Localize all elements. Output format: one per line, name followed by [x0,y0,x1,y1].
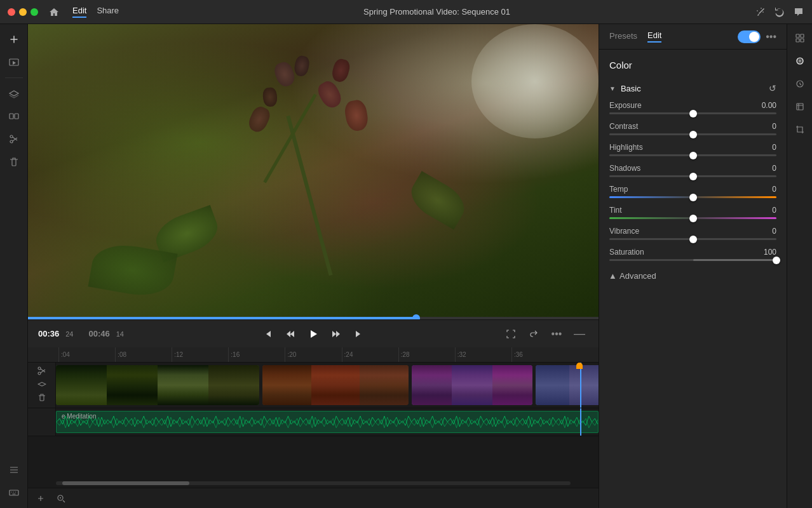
zoom-in-button[interactable] [53,491,69,506]
go-to-end-button[interactable] [350,325,368,343]
inspector-icon[interactable] [791,75,809,93]
shadows-thumb[interactable] [689,173,697,180]
contrast-track[interactable] [609,133,776,135]
progress-fill [28,317,416,319]
saturation-track[interactable] [609,259,776,261]
tint-thumb[interactable] [689,215,697,222]
audio-track-content[interactable]: e Meditation [56,408,599,436]
empty-timeline-area[interactable] [28,436,599,479]
list-view-icon[interactable] [4,460,24,480]
transform-icon[interactable] [791,98,809,116]
basic-section-label: Basic [621,84,641,93]
audio-clip[interactable]: e Meditation [56,411,599,433]
timeline-area: :04 :08 :12 :16 :20 :24 :28 :32 :36 [28,347,599,508]
maximize-button[interactable] [30,8,38,16]
close-button[interactable] [8,8,15,16]
fit-to-window-button[interactable] [502,325,520,343]
scissors-icon[interactable] [4,129,24,149]
svg-point-6 [38,367,41,370]
color-section-title: Color [599,55,787,78]
layers-track-icon[interactable] [37,380,46,391]
collapse-button[interactable]: — [571,325,588,343]
video-track-content[interactable] [56,363,599,408]
vibrance-track[interactable] [609,238,776,240]
highlights-track[interactable] [609,154,776,156]
vibrance-slider-row: Vibrance 0 [599,224,787,245]
exposure-thumb[interactable] [689,110,697,117]
panel-more-button[interactable]: ••• [766,31,776,43]
window-title: Spring Promotional Video: Sequence 01 [124,7,750,17]
share-menu-item[interactable]: Share [97,6,119,18]
clip-thumb-seg [452,365,492,405]
panel-content: Color ▼ Basic ↺ Exposure 0.00 C [599,50,787,508]
color-correction-icon[interactable] [791,52,809,70]
grid-view-icon[interactable] [791,29,809,47]
rewind-button[interactable] [281,325,299,343]
add-track-button[interactable] [33,491,48,506]
go-to-start-button[interactable] [259,325,276,343]
edit-menu-item[interactable]: Edit [72,6,86,18]
progress-thumb[interactable] [412,314,420,319]
basic-section-header[interactable]: ▼ Basic ↺ [599,78,787,98]
advanced-section-header[interactable]: ▶ Advanced [599,266,787,286]
saturation-value: 100 [754,248,776,257]
clip-thumb-seg [262,365,311,405]
undo-icon[interactable] [774,6,785,18]
transitions-icon[interactable] [4,106,24,126]
right-panel: Presets Edit ••• Color ▼ Basic ↺ E [599,24,787,508]
tick-20: :20 [285,347,341,362]
traffic-lights [8,8,38,16]
video-clip-1[interactable] [56,365,259,405]
timeline-toolbar [28,488,599,508]
share-button[interactable] [525,325,543,343]
video-clip-2[interactable] [262,365,409,405]
media-browser-icon[interactable] [4,52,24,72]
video-preview [28,24,599,319]
minimize-button[interactable] [19,8,27,16]
exposure-track[interactable] [609,112,776,114]
trash-icon[interactable] [4,152,24,172]
saturation-label-row: Saturation 100 [609,248,776,257]
highlights-thumb[interactable] [689,152,697,159]
temp-track[interactable] [609,196,776,198]
svg-point-3 [10,135,13,138]
tick-28: :28 [398,347,455,362]
scrollbar-track[interactable] [56,481,571,485]
play-pause-button[interactable] [304,325,322,343]
svg-rect-13 [796,39,799,42]
scrollbar-thumb[interactable] [62,481,189,485]
saturation-thumb[interactable] [773,257,780,264]
shadows-track[interactable] [609,175,776,177]
layers-icon[interactable] [4,83,24,104]
more-options-button[interactable]: ••• [548,325,565,343]
home-icon[interactable] [48,6,60,18]
progress-bar[interactable] [28,317,599,319]
plant-stem [286,116,332,276]
timecode-current: 00:36 [38,329,59,338]
add-button[interactable] [4,29,24,50]
crop-icon[interactable] [791,121,809,138]
plant-bud [330,57,351,83]
tick-08: :08 [115,347,172,362]
color-toggle-switch[interactable] [738,30,761,43]
temp-thumb[interactable] [689,194,697,201]
tint-track[interactable] [609,217,776,219]
clip-1-thumb [56,365,259,405]
tab-edit[interactable]: Edit [647,30,661,43]
clip-thumb-seg [107,365,158,405]
contrast-thumb[interactable] [689,131,697,138]
tick-32: :32 [455,347,511,362]
vibrance-thumb[interactable] [689,236,697,243]
scissors-track-icon[interactable] [37,366,46,377]
video-clip-4[interactable] [536,365,599,405]
keyboard-icon[interactable] [4,483,24,503]
audio-waveform [57,411,598,432]
trash-track-icon[interactable] [37,393,46,404]
speech-bubble-icon[interactable] [793,6,804,18]
fast-forward-button[interactable] [327,325,345,343]
video-clip-3[interactable] [412,365,532,405]
magic-icon[interactable] [755,6,766,18]
basic-reset-button[interactable]: ↺ [769,83,776,93]
tab-presets[interactable]: Presets [609,31,637,42]
clip-thumb-seg [412,365,452,405]
